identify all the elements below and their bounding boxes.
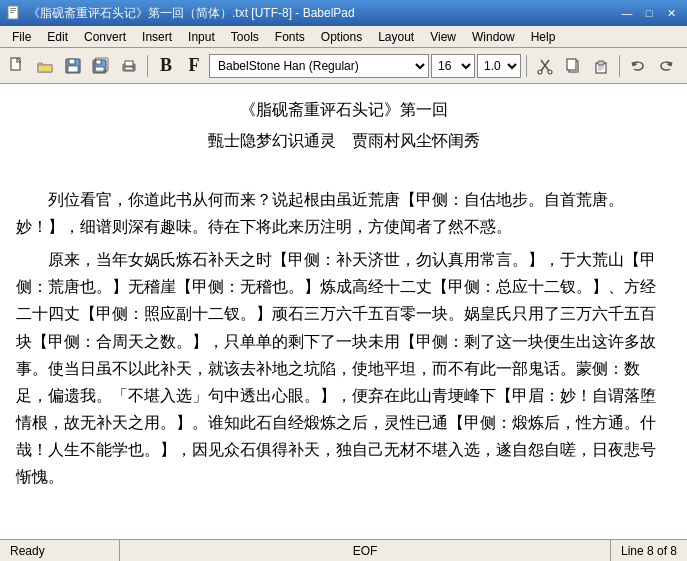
menu-options[interactable]: Options bbox=[313, 28, 370, 46]
eof-label: EOF bbox=[353, 544, 378, 558]
title-bar: 《脂砚斋重评石头记》第一回（简体）.txt [UTF-8] - BabelPad… bbox=[0, 0, 687, 26]
svg-rect-14 bbox=[125, 61, 133, 66]
document-title-2: 甄士隐梦幻识通灵 贾雨村风尘怀闺秀 bbox=[16, 127, 671, 154]
svg-rect-2 bbox=[10, 10, 16, 11]
svg-point-16 bbox=[132, 66, 134, 68]
toolbar: B F BabelStone Han (Regular) 16 8 10 12 … bbox=[0, 48, 687, 84]
menu-edit[interactable]: Edit bbox=[39, 28, 76, 46]
main-area: 《脂砚斋重评石头记》第一回 甄士隐梦幻识通灵 贾雨村风尘怀闺秀 列位看官，你道此… bbox=[0, 84, 687, 539]
paragraph-1: 列位看官，你道此书从何而来？说起根由虽近荒唐【甲侧：自估地步。自首荒唐。妙！】，… bbox=[16, 186, 671, 240]
undo-button[interactable] bbox=[625, 53, 651, 79]
close-button[interactable]: ✕ bbox=[661, 4, 681, 22]
menu-help[interactable]: Help bbox=[523, 28, 564, 46]
new-button[interactable] bbox=[4, 53, 30, 79]
app-icon bbox=[6, 5, 22, 21]
svg-rect-8 bbox=[68, 66, 78, 72]
svg-rect-5 bbox=[38, 65, 52, 72]
window-controls[interactable]: — □ ✕ bbox=[617, 4, 681, 22]
paste-button[interactable] bbox=[588, 53, 614, 79]
svg-point-19 bbox=[538, 70, 542, 74]
cut-button[interactable] bbox=[532, 53, 558, 79]
menu-input[interactable]: Input bbox=[180, 28, 223, 46]
status-ready: Ready bbox=[0, 540, 120, 561]
save-all-button[interactable] bbox=[88, 53, 114, 79]
menu-tools[interactable]: Tools bbox=[223, 28, 267, 46]
status-line-info: Line 8 of 8 bbox=[610, 540, 687, 561]
document-title-1: 《脂砚斋重评石头记》第一回 bbox=[16, 96, 671, 123]
window-title: 《脂砚斋重评石头记》第一回（简体）.txt [UTF-8] - BabelPad bbox=[28, 5, 617, 22]
separator-3 bbox=[619, 55, 620, 77]
line-info-label: Line 8 of 8 bbox=[621, 544, 677, 558]
copy-button[interactable] bbox=[560, 53, 586, 79]
open-button[interactable] bbox=[32, 53, 58, 79]
svg-rect-7 bbox=[69, 59, 75, 64]
minimize-button[interactable]: — bbox=[617, 4, 637, 22]
menu-window[interactable]: Window bbox=[464, 28, 523, 46]
paragraph-2: 原来，当年女娲氏炼石补天之时【甲侧：补天济世，勿认真用常言。】，于大荒山【甲侧：… bbox=[16, 246, 671, 491]
svg-rect-24 bbox=[598, 61, 604, 65]
save-button[interactable] bbox=[60, 53, 86, 79]
svg-rect-3 bbox=[10, 12, 14, 13]
font-selector[interactable]: BabelStone Han (Regular) bbox=[209, 54, 429, 78]
text-editor[interactable]: 《脂砚斋重评石头记》第一回 甄士隐梦幻识通灵 贾雨村风尘怀闺秀 列位看官，你道此… bbox=[0, 84, 687, 539]
menu-file[interactable]: File bbox=[4, 28, 39, 46]
font-size-selector[interactable]: 16 8 10 12 14 18 20 24 bbox=[431, 54, 475, 78]
svg-point-20 bbox=[548, 70, 552, 74]
menu-insert[interactable]: Insert bbox=[134, 28, 180, 46]
status-eof: EOF bbox=[120, 540, 610, 561]
separator-2 bbox=[526, 55, 527, 77]
status-bar: Ready EOF Line 8 of 8 bbox=[0, 539, 687, 561]
separator-1 bbox=[147, 55, 148, 77]
maximize-button[interactable]: □ bbox=[639, 4, 659, 22]
menu-convert[interactable]: Convert bbox=[76, 28, 134, 46]
svg-rect-15 bbox=[125, 67, 133, 70]
line-spacing-selector[interactable]: 1.0 1.5 2.0 bbox=[477, 54, 521, 78]
ready-label: Ready bbox=[10, 544, 45, 558]
menu-bar: File Edit Convert Insert Input Tools Fon… bbox=[0, 26, 687, 48]
babelstone-b-button[interactable]: B bbox=[153, 53, 179, 79]
menu-fonts[interactable]: Fonts bbox=[267, 28, 313, 46]
svg-rect-1 bbox=[10, 8, 16, 9]
redo-button[interactable] bbox=[653, 53, 679, 79]
babelstone-f-button[interactable]: F bbox=[181, 53, 207, 79]
svg-rect-10 bbox=[96, 60, 101, 64]
menu-view[interactable]: View bbox=[422, 28, 464, 46]
svg-rect-22 bbox=[567, 59, 576, 70]
print-button[interactable] bbox=[116, 53, 142, 79]
menu-layout[interactable]: Layout bbox=[370, 28, 422, 46]
